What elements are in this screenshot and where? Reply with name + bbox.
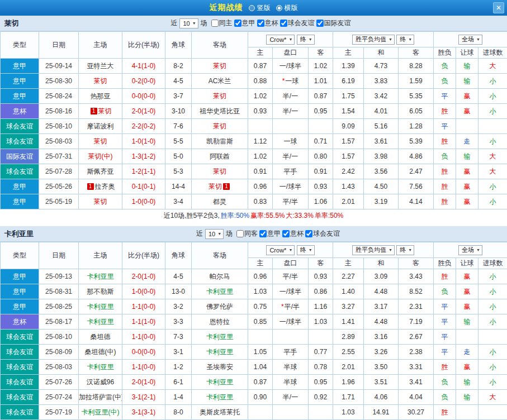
goals-cell: 小 [478,194,507,209]
date-cell: 25-07-19 [39,405,79,420]
avg-away-cell: 3.41 [399,375,434,390]
titlebar: 近期战绩 竖版 横版 ✕ [0,0,507,16]
avg-draw-cell: 4.01 [364,104,399,119]
date-cell: 25-07-24 [39,390,79,405]
odds-stage-select[interactable]: 终▼ [297,245,315,255]
handicap-cell: 一球 [273,134,309,149]
handicap-cell: 半球 [273,375,309,390]
subcol-avg-draw: 和 [364,47,399,59]
checkbox-input[interactable] [211,20,219,27]
summary-segment: 赢率:55.5% [250,211,285,221]
odds-stage-select[interactable]: 终▼ [297,35,315,45]
filter-checkbox[interactable]: 意杯 [257,18,278,28]
league-cell: 意甲 [1,89,39,104]
wdl-cell: 胜 [434,269,456,284]
handicap-result-cell [456,119,478,134]
filters: 近 10 ▼ 场 同主意甲意杯球会友谊国际友谊 [19,18,503,28]
avg-away-cell: 2.67 [399,330,434,345]
date-cell: 25-07-26 [39,375,79,390]
home-team-name: 摩诺波利 [87,122,114,130]
filter-checkbox[interactable]: 同客 [236,229,258,238]
filter-checkbox[interactable]: 意甲 [234,18,255,28]
goals-cell: 小 [478,345,507,360]
checkbox-label: 国际友谊 [324,18,351,28]
checkbox-input[interactable] [316,20,324,27]
avg-type-select[interactable]: 胜平负均值▼ [352,35,395,45]
bookmaker-select[interactable]: Crow*▼ [266,35,295,45]
avg-draw-cell: 3.61 [364,134,399,149]
score-cell: 0-0(0-0) [122,345,165,360]
checkbox-input[interactable] [257,20,264,27]
date-cell: 25-08-17 [39,314,79,330]
odds-away-cell: 0.78 [309,360,333,375]
odds-home-cell: 1.05 [248,345,273,360]
filter-checkbox[interactable]: 国际友谊 [316,18,351,28]
filter-checkbox[interactable]: 意甲 [259,229,281,238]
goals-cell [478,119,507,134]
goals-cell: 小 [478,299,507,314]
avg-stage-select[interactable]: 终▼ [396,35,414,45]
scope-value: 全场 [462,246,474,254]
league-cell: 意杯 [1,104,39,119]
home-team-cell: 桑坦德(中) [79,345,122,360]
scope-select[interactable]: 全场▼ [458,35,482,45]
filter-checkbox[interactable]: 同主 [211,18,233,28]
handicap-cell: 一/球半 [273,179,309,194]
matches-table: 类型 日期 主场 比分(半场) 角球 客场 Crow*▼ 终▼ 胜平负均值▼ 终… [0,242,507,420]
away-team-cell: 凯勒雷斯 [192,134,248,149]
checkbox-input[interactable] [282,230,290,237]
away-team-name: 阿联酋 [210,152,230,160]
home-team-name: 桑坦德 [91,333,111,341]
away-team-name: 祖华史塔比亚 [200,107,240,115]
league-cell: 球会友谊 [1,405,39,420]
filter-checkbox[interactable]: 意杯 [282,229,304,238]
score-cell: 1-3(1-2) [122,149,165,164]
handicap-result-cell [456,330,478,345]
away-team-cell: 恩特拉 [192,314,248,330]
handicap-cell: 平/半 [273,269,309,284]
odds-away-cell: 0.71 [309,134,333,149]
recent-label: 近 [196,229,203,238]
league-cell: 球会友谊 [1,164,39,179]
avg-stage-select[interactable]: 终▼ [396,245,414,255]
filter-checkbox[interactable]: 球会友谊 [305,229,340,238]
scope-select[interactable]: 全场▼ [458,245,482,255]
filter-checkbox[interactable]: 球会友谊 [280,18,315,28]
match-row: 球会友谊25-07-24加拉塔萨雷(中)3-1(2-1)1-4卡利亚里0.90半… [1,390,507,405]
avg-draw-cell: 3.16 [364,330,399,345]
close-button[interactable]: ✕ [493,2,504,13]
bookmaker-select[interactable]: Crow*▼ [266,245,295,255]
away-team-name: 卡利亚里 [206,333,233,341]
handicap-cell [273,119,309,134]
handicap-result-cell: 赢 [456,269,478,284]
handicap-cell: 平手 [273,345,309,360]
recent-label: 近 [170,18,177,28]
odds-away-cell: 0.86 [309,284,333,299]
layout-horizontal-radio[interactable]: 横版 [276,3,298,13]
avg-home-cell: 2.42 [333,164,364,179]
match-count-select[interactable]: 10 ▼ [205,229,224,239]
date-cell: 25-08-30 [39,74,79,89]
checkbox-input[interactable] [280,20,287,27]
avg-type-select[interactable]: 胜平负均值▼ [352,245,395,255]
home-team-cell: 莱切 [79,74,122,89]
avg-away-cell: 7.56 [399,179,434,194]
match-count-select[interactable]: 10 ▼ [179,18,198,28]
wdl-cell: 负 [434,59,456,74]
date-cell: 25-08-25 [39,299,79,314]
checkbox-input[interactable] [236,230,244,237]
wdl-cell: 胜 [434,164,456,179]
checkbox-input[interactable] [234,20,241,27]
checkbox-input[interactable] [259,230,267,237]
away-team-name: 莱切 [213,122,226,130]
avg-away-cell: 8.28 [399,59,434,74]
radio-selected-icon [276,5,282,11]
league-cell: 意甲 [1,59,39,74]
corner-cell: 13-0 [165,284,192,299]
home-team-cell: 卡利亚里 [79,360,122,375]
checkbox-input[interactable] [305,230,312,237]
wdl-cell: 胜 [434,104,456,119]
score-cell: 0-0(0-0) [122,89,165,104]
layout-vertical-radio[interactable]: 竖版 [249,3,271,13]
col-header-away: 客场 [192,242,248,269]
